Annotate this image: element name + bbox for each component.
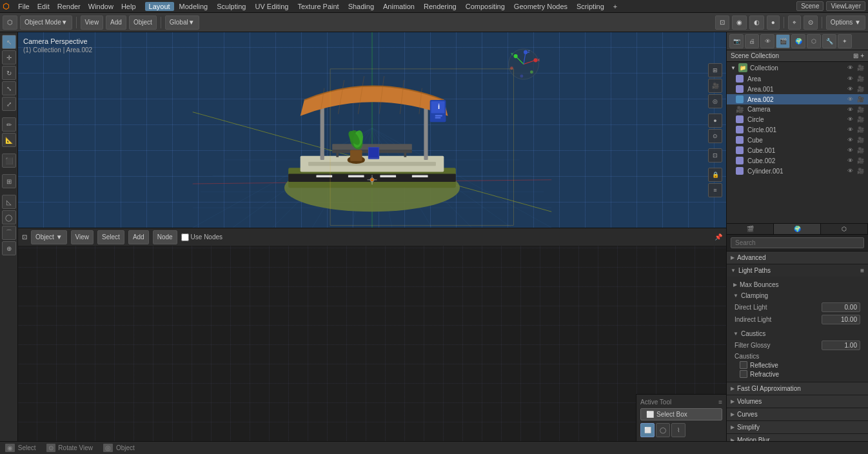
viewport-local-view[interactable]: ◎ [708,94,722,108]
visibility-eye-cube001[interactable]: 👁 [847,147,853,153]
proportional-edit[interactable]: ⊙ [804,15,818,30]
to-sphere-tool[interactable]: ◯ [2,210,16,224]
collection-item-circle001[interactable]: Circle.001 👁 🎥 [727,124,868,135]
light-paths-options[interactable]: ≡ [860,267,864,274]
transform-tool[interactable]: ⤢ [2,97,16,111]
tab-shading[interactable]: Shading [344,2,378,11]
menu-file[interactable]: File [14,2,34,11]
visibility-eye[interactable]: 👁 [847,64,853,71]
tab-output[interactable]: 🖨 [745,34,759,48]
measure-tool[interactable]: 📐 [2,133,16,147]
tab-render[interactable]: 📷 [729,34,744,48]
view-button[interactable]: View [81,15,104,30]
tab-scene[interactable]: 🎬 [776,34,790,48]
options-button[interactable]: Options ▼ [826,15,865,30]
collection-item-cylinder001[interactable]: Cylinder.001 👁 🎥 [727,166,868,176]
caustics-header[interactable]: ▼ Caustics [731,328,864,339]
filter-glossy-value[interactable]: 1.00 [822,340,860,350]
add-cube-tool[interactable]: ⬛ [2,153,16,168]
tab-texture-paint[interactable]: Texture Paint [293,2,342,11]
tab-geometry-nodes[interactable]: Geometry Nodes [510,2,571,11]
tab-scripting[interactable]: Scripting [573,2,608,11]
section-fast-gi-header[interactable]: ▶ Fast GI Approximation [727,382,868,395]
collection-item-collection[interactable]: ▼ 📁 Collection 👁 🎥 [727,62,868,74]
bottom-select-btn[interactable]: Select [97,230,124,244]
select-circle-icon[interactable]: ◯ [656,423,670,437]
visibility-eye-area001[interactable]: 👁 [847,86,853,92]
collection-add-icon[interactable]: + [860,52,864,59]
visibility-eye-cube[interactable]: 👁 [847,137,853,143]
tab-modeling[interactable]: Modeling [175,2,212,11]
visibility-eye-cylinder001[interactable]: 👁 [847,168,853,174]
active-tool-menu[interactable]: ≡ [718,399,722,406]
cursor-tool[interactable]: ↖ [2,35,16,49]
viewport-lock[interactable]: 🔒 [708,168,722,182]
visibility-eye-area002[interactable]: 👁 [847,96,853,103]
object-mode-dropdown[interactable]: Object Mode ▼ [20,15,72,30]
viewport-view-menu[interactable]: ≡ [708,183,722,197]
direct-light-value[interactable]: 0.00 [822,302,860,312]
collection-item-cube002[interactable]: Cube.002 👁 🎥 [727,155,868,166]
shading-wireframe[interactable]: ⊡ [715,15,729,30]
viewport-3d[interactable]: i [18,32,726,228]
rotate-tool[interactable]: ↻ [2,66,16,80]
section-motion-blur-header[interactable]: ▶ Motion Blur [727,434,868,441]
refractive-checkbox[interactable] [740,370,747,378]
visibility-eye-circle[interactable]: 👁 [847,116,853,123]
tab-animation[interactable]: Animation [379,2,419,11]
section-volumes-header[interactable]: ▶ Volumes [727,395,868,408]
indirect-light-value[interactable]: 10.00 [822,315,860,324]
clamping-header[interactable]: ▼ Clamping [731,290,864,301]
collection-item-area[interactable]: Area 👁 🎥 [727,74,868,84]
bottom-add-btn[interactable]: Add [128,230,149,244]
view-layer-selector[interactable]: ViewLayer [826,1,865,11]
object-button[interactable]: Object [129,15,157,30]
shading-material[interactable]: ◐ [749,15,764,30]
bottom-node-editor[interactable]: Active Tool ≡ ⬜ Select Box ⬜ ◯ ⌇ [18,246,726,441]
tab-modifier[interactable]: 🔧 [822,34,836,48]
menu-help[interactable]: Help [117,2,140,11]
viewport-zoom-extents[interactable]: ⊞ [708,63,722,77]
menu-edit[interactable]: Edit [34,2,54,11]
tab-sculpting[interactable]: Sculpting [213,2,250,11]
menu-window[interactable]: Window [84,2,117,11]
shading-solid[interactable]: ◉ [732,15,747,30]
bottom-object-mode[interactable]: Object ▼ [31,230,67,244]
collection-filter-icon[interactable]: ⊞ [853,52,858,59]
snap-toggle[interactable]: ⌖ [788,15,801,30]
move-tool[interactable]: ✛ [2,50,16,64]
collection-item-area002[interactable]: Area.002 👁 🎥 [727,94,868,104]
select-rect-icon[interactable]: ⬜ [640,423,655,437]
visibility-eye-area[interactable]: 👁 [847,75,853,82]
global-dropdown[interactable]: Global ▼ [165,15,199,30]
tab-add[interactable]: + [609,2,621,11]
tab-view[interactable]: 👁 [760,34,774,48]
viewport-shading-solid[interactable]: ● [708,114,722,128]
tab-layout[interactable]: Layout [145,2,174,11]
visibility-eye-circle001[interactable]: 👁 [847,126,853,133]
reflective-checkbox[interactable] [740,361,747,369]
section-advanced-header[interactable]: ▶ Advanced [727,252,868,264]
annotate-tool[interactable]: ✏ [2,117,16,132]
prop-tab-scene[interactable]: 🌍 [774,224,821,234]
section-curves-header[interactable]: ▶ Curves [727,408,868,420]
prop-tab-render[interactable]: 🎬 [727,224,774,234]
viewport-xray[interactable]: ⊡ [708,148,722,163]
tab-uv-editing[interactable]: UV Editing [251,2,292,11]
menu-render[interactable]: Render [54,2,84,11]
visibility-eye-cube002[interactable]: 👁 [847,157,853,164]
bottom-node-btn[interactable]: Node [153,230,177,244]
select-box-button[interactable]: ⬜ Select Box [640,408,722,420]
viewport-toggle-camera[interactable]: 🎥 [708,79,722,93]
tab-compositing[interactable]: Compositing [462,2,509,11]
collection-item-cube[interactable]: Cube 👁 🎥 [727,135,868,145]
shear-tool[interactable]: ◺ [2,195,16,209]
collection-item-area001[interactable]: Area.001 👁 🎥 [727,84,868,94]
bottom-view-btn[interactable]: View [71,230,94,244]
select-lasso-icon[interactable]: ⌇ [671,423,686,437]
bend-tool[interactable]: ⌒ [2,226,16,240]
properties-search-input[interactable] [731,237,864,248]
add-button[interactable]: Add [106,15,126,30]
section-simplify-header[interactable]: ▶ Simplify [727,421,868,433]
collection-item-camera[interactable]: 🎥 Camera 👁 🎥 [727,104,868,114]
